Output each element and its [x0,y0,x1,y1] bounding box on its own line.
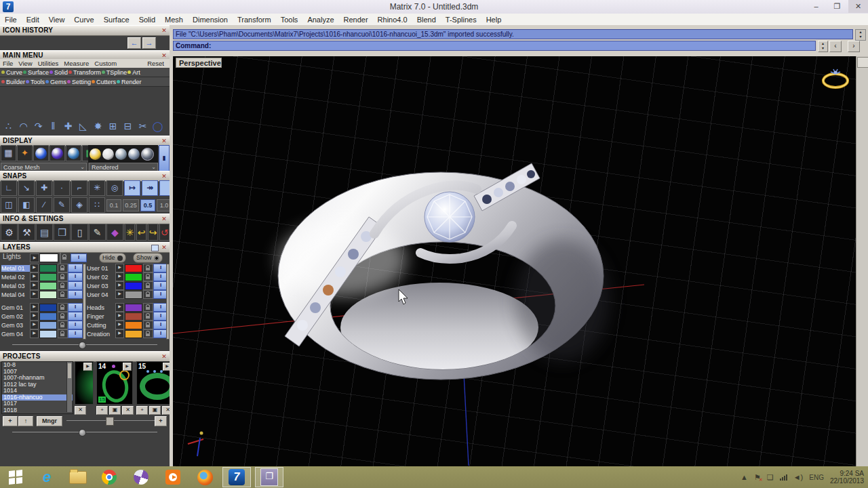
layer-row-metal-04[interactable]: Metal 04▶I [1,290,84,299]
layer-row-user-02[interactable]: User 02▶I [87,272,167,281]
layer-expand-button[interactable]: ▶ [115,329,124,338]
delete-thumb-button[interactable]: ✕ [75,406,86,415]
close-icon[interactable]: ✕ [161,27,167,34]
info-settings-header[interactable]: INFO & SETTINGS ✕ [0,214,170,224]
lock-icon[interactable] [58,321,68,329]
lock-icon[interactable] [143,290,153,299]
hide-toggle[interactable]: Hide [99,253,126,263]
main-menu-tab-tools[interactable]: Tools [26,79,45,85]
gray-material-icon[interactable] [128,148,140,160]
earth-sphere-icon[interactable] [66,145,81,161]
menu-file[interactable]: File [0,14,22,25]
arc-icon[interactable]: ◠ [16,118,31,135]
panel-resize-slider[interactable] [0,341,170,348]
earth-sphere-icon-glyph[interactable] [68,148,79,159]
layer-color-swatch[interactable] [39,312,57,321]
record-icon[interactable]: ✎ [54,197,70,213]
lock-icon[interactable] [58,329,68,338]
up-button[interactable]: ↑ [18,416,33,426]
volume-icon[interactable]: ◄) [793,473,804,481]
history-back-button[interactable]: ← [127,37,141,49]
orient-icon[interactable]: ◺ [76,118,90,135]
perspective-viewport[interactable]: Perspective [173,56,856,466]
lock-icon[interactable] [143,281,153,290]
lock-icon[interactable] [58,281,68,290]
near-snap-icon[interactable]: ↘ [18,180,35,196]
layer-color-swatch[interactable] [125,330,142,338]
capture-tool-icon[interactable]: ❐ [255,467,283,487]
metal-material-icon[interactable] [115,148,127,160]
snap-value-0_1[interactable]: 0.1 [106,199,121,211]
language-indicator[interactable]: ENG [809,474,824,481]
redo-icon[interactable]: ↪ [148,224,158,241]
explode-icon[interactable]: ✸ [91,118,105,135]
scrollbar-button[interactable] [857,57,868,68]
menu-dimension[interactable]: Dimension [188,14,233,25]
snap-value-0_25[interactable]: 0.25 [123,199,139,211]
main-menu-tab-surface[interactable]: Surface [23,69,49,76]
layer-expand-button[interactable]: ▶ [115,321,124,329]
kmplayer-icon[interactable] [127,467,155,487]
menu-tsplines[interactable]: T-Splines [441,14,481,25]
shaded-sphere-icon[interactable] [33,145,49,161]
wire-material-icon[interactable] [141,148,154,161]
move-icon[interactable]: ✚ [61,118,75,135]
main-menu-view[interactable]: View [18,60,32,67]
menu-transform[interactable]: Transform [233,14,276,25]
lock-icon[interactable] [143,303,153,312]
menu-analyze[interactable]: Analyze [302,14,338,25]
close-icon[interactable]: ✕ [161,52,167,59]
command-input[interactable]: Command: [173,41,816,51]
minimize-panel-icon[interactable] [151,245,159,251]
menu-rhino40[interactable]: Rhino4.0 [373,14,412,25]
layer-expand-button[interactable]: ▶ [30,264,39,272]
media-player-icon[interactable] [159,467,187,487]
layer-visibility-button[interactable]: I [68,272,83,281]
menu-curve[interactable]: Curve [69,14,98,25]
main-menu-tab-gems[interactable]: Gems [45,79,66,85]
layer-row-gem-04[interactable]: Gem 04▶I [1,329,84,338]
snap-value-0_5[interactable]: 0.5 [140,199,155,211]
layer-expand-button[interactable]: ▶ [115,303,124,312]
undo-icon[interactable]: ↩ [136,224,146,241]
icon-history-header[interactable]: ICON HISTORY ✕ [0,25,170,36]
lock-icon[interactable] [143,272,153,281]
smarttrack-icon[interactable]: ∕ [36,197,52,213]
manager-button[interactable]: Mngr [37,416,62,426]
layer-row-user-01[interactable]: User 01▶I [87,264,167,272]
thumbnail-play-button[interactable]: ▶ [123,363,132,371]
projects-header[interactable]: PROJECTS ✕ [0,351,170,362]
layer-expand-button[interactable]: ▶ [30,312,39,321]
main-menu-tab-art[interactable]: Art [127,69,140,76]
refresh-icon[interactable]: ↺ [159,224,170,241]
main-menu-tab-setting[interactable]: Setting [67,79,91,85]
layer-visibility-button[interactable]: I [68,281,83,290]
close-icon[interactable]: ✕ [161,173,167,180]
layer-color-swatch[interactable] [125,273,142,281]
network-icon[interactable] [780,474,787,481]
settings-gear-icon[interactable]: ⚙ [1,224,18,241]
main-menu-utilities[interactable]: Utilities [38,60,59,67]
layer-expand-button[interactable]: ▶ [30,272,39,281]
add-project-button[interactable]: + [155,416,167,426]
menu-tools[interactable]: Tools [276,14,303,25]
main-menu-tab-curve[interactable]: Curve [1,69,22,76]
add-thumb-button[interactable]: + [136,406,148,415]
menu-surface[interactable]: Surface [99,14,134,25]
tray-app-icon[interactable]: ❏ [767,473,774,482]
command-history[interactable]: File "C:\Users\Pham\Documents\Matrix7\Pr… [173,29,853,39]
gold-material-icon[interactable] [90,148,101,160]
onsrf-snap-icon[interactable]: ↦ [124,180,140,196]
firefox-icon[interactable] [191,467,219,487]
layers-scrollbar[interactable] [83,264,86,340]
layer-row-metal-02[interactable]: Metal 02▶I [1,272,84,281]
main-menu-file[interactable]: File [3,60,13,67]
main-menu-tab-cutters[interactable]: Cutters [92,79,116,85]
notes-icon[interactable]: ✎ [89,224,106,241]
layer-visibility-button[interactable]: I [68,329,83,338]
scale-1d-icon[interactable]: ⊟ [121,118,135,135]
layer-color-swatch[interactable] [125,312,142,321]
start-button[interactable] [1,467,30,487]
shaded-sphere-icon-glyph[interactable] [35,148,47,159]
lock-icon[interactable] [58,272,68,281]
